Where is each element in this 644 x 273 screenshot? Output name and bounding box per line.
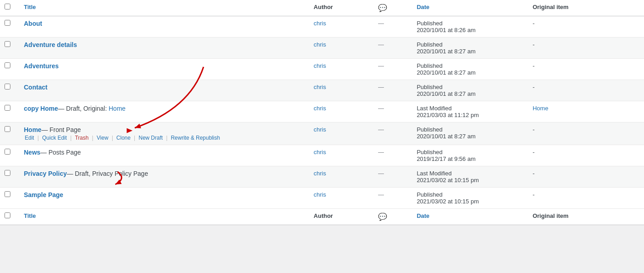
page-title-link[interactable]: Privacy Policy [24,170,67,177]
author-link[interactable]: chris [314,62,326,69]
row-action-edit[interactable]: Edit [25,135,34,141]
row-checkbox[interactable] [5,41,10,47]
row-checkbox-cell [0,145,19,166]
row-actions: Edit | Quick Edit | Trash | View | Clone… [24,135,305,141]
column-header-author: Author [309,0,374,16]
row-action-new-draft[interactable]: New Draft [139,135,163,141]
date-status: Published [417,149,523,155]
row-author-cell: chris [309,16,374,38]
footer-select-all-checkbox[interactable] [5,212,10,218]
action-separator: | [110,135,115,141]
date-value: 2021/03/03 at 11:12 pm [417,112,523,118]
row-checkbox[interactable] [5,170,10,176]
page-title-link[interactable]: Contact [24,84,47,91]
row-action-clone[interactable]: Clone [116,135,130,141]
original-item: - [533,62,535,69]
footer-sort-date-link[interactable]: Date [417,212,429,219]
footer-column-header-original: Original item [528,209,644,225]
select-all-checkbox[interactable] [5,4,10,9]
row-author-cell: chris [309,38,374,59]
column-title-label: Title [24,4,36,10]
row-checkbox[interactable] [5,191,10,197]
table-row: Home— Front PageEdit | Quick Edit | Tras… [0,122,644,145]
row-checkbox-cell [0,80,19,101]
author-link[interactable]: chris [314,126,326,133]
date-value: 2020/10/01 at 8:26 am [417,27,523,33]
date-status: Published [417,84,523,90]
row-original-cell: - [528,38,644,59]
row-date-cell: Published2020/10/01 at 8:27 am [412,122,528,145]
row-checkbox[interactable] [5,105,10,111]
row-original-cell: - [528,166,644,188]
date-value: 2020/10/01 at 8:27 am [417,133,523,140]
table-row: News— Posts PageEdit | Quick Edit | Tras… [0,145,644,166]
page-subtitle-link[interactable]: Home [109,105,125,112]
author-link[interactable]: chris [314,191,326,198]
page-title-link[interactable]: Sample Page [24,191,63,198]
comments-dash: — [378,126,384,133]
sort-title-link[interactable]: Title [24,4,36,10]
row-author-cell: chris [309,145,374,166]
row-checkbox[interactable] [5,84,10,89]
comments-dash: — [378,62,384,69]
page-title-link[interactable]: About [24,20,42,27]
action-separator: | [133,135,137,141]
date-value: 2020/10/01 at 8:27 am [417,69,523,76]
author-link[interactable]: chris [314,84,326,90]
row-date-cell: Last Modified2021/03/03 at 11:12 pm [412,101,528,122]
original-item: - [533,20,535,27]
author-link[interactable]: chris [314,149,326,155]
row-checkbox-cell [0,166,19,188]
row-action-quick-edit[interactable]: Quick Edit [42,135,67,141]
row-author-cell: chris [309,188,374,209]
column-header-original: Original item [528,0,644,16]
table-row: copy Home— Draft, Original: HomeEdit | Q… [0,101,644,122]
date-status: Published [417,62,523,69]
row-comments-cell: — [374,188,412,209]
table-row: Sample PageEdit | Quick Edit | Trash | V… [0,188,644,209]
page-subtitle: — Front Page [42,126,81,133]
row-author-cell: chris [309,101,374,122]
page-title-link[interactable]: copy Home [24,105,58,112]
row-action-trash[interactable]: Trash [75,135,89,141]
footer-column-header-title[interactable]: Title [19,209,309,225]
row-action-view[interactable]: View [97,135,109,141]
author-link[interactable]: chris [314,170,326,177]
author-link[interactable]: chris [314,20,326,27]
row-date-cell: Published2020/10/01 at 8:27 am [412,59,528,80]
date-status: Published [417,20,523,27]
original-item-link[interactable]: Home [533,105,549,112]
page-title-link[interactable]: Adventure details [24,41,77,48]
sort-date-link[interactable]: Date [417,4,429,10]
column-header-date[interactable]: Date [412,0,528,16]
row-title-cell: ContactEdit | Quick Edit | Trash | View [19,80,309,101]
page-title-link[interactable]: Home [24,126,42,133]
page-title-link[interactable]: News [24,149,41,156]
row-date-cell: Published2020/10/01 at 8:27 am [412,38,528,59]
row-checkbox-cell [0,122,19,145]
row-author-cell: chris [309,80,374,101]
row-author-cell: chris [309,166,374,188]
row-checkbox[interactable] [5,20,10,26]
row-checkbox[interactable] [5,62,10,68]
row-action-rewrite-&-republish[interactable]: Rewrite & Republish [171,135,220,141]
row-original-cell: - [528,122,644,145]
column-header-comments: 💬 [374,0,412,16]
column-header-title[interactable]: Title [19,0,309,16]
author-link[interactable]: chris [314,41,326,48]
row-checkbox-cell [0,59,19,80]
date-status: Published [417,126,523,133]
row-original-cell: - [528,145,644,166]
comments-dash: — [378,149,384,155]
row-title-cell: Privacy Policy— Draft, Privacy Policy Pa… [19,166,309,188]
row-comments-cell: — [374,122,412,145]
row-original-cell: - [528,59,644,80]
row-date-cell: Last Modified2021/03/02 at 10:15 pm [412,166,528,188]
footer-column-header-date[interactable]: Date [412,209,528,225]
row-checkbox[interactable] [5,149,10,155]
row-checkbox[interactable] [5,126,10,132]
author-link[interactable]: chris [314,105,326,112]
page-title-link[interactable]: Adventures [24,62,59,70]
footer-sort-title-link[interactable]: Title [24,212,36,219]
table-row: ContactEdit | Quick Edit | Trash | Viewc… [0,80,644,101]
